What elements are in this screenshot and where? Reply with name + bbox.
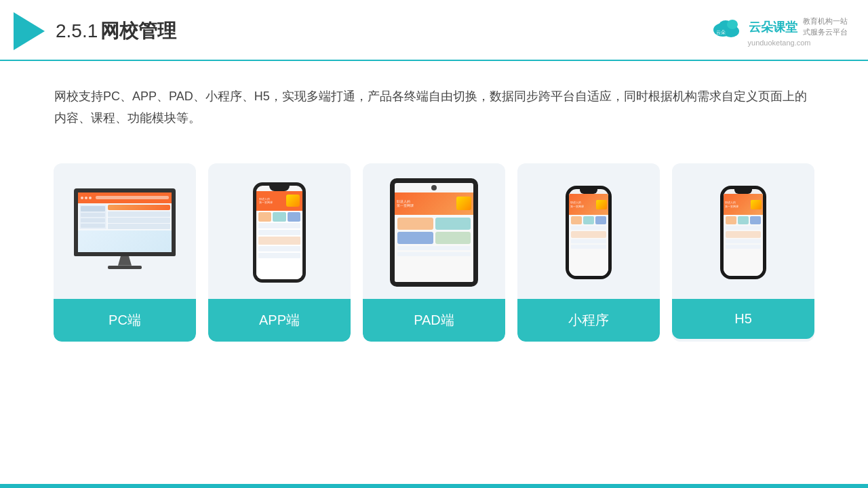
logo-triangle-icon: [14, 12, 45, 50]
pad-camera: [431, 185, 437, 190]
monitor-screen: [74, 188, 176, 256]
brand-name: 云朵课堂: [749, 19, 797, 35]
brand-tagline: 教育机构一站: [803, 16, 848, 26]
page-title: 2.5.1网校管理: [56, 18, 176, 44]
card-app: 职进人的第一堂网课: [208, 163, 351, 342]
mini-screen: 职进人的第一堂网课: [569, 194, 608, 276]
card-h5-label: H5: [672, 299, 814, 339]
svg-point-3: [727, 20, 738, 29]
card-h5: 职进人的第一堂网课: [672, 163, 814, 342]
brand-logo: 云朵 云朵课堂 教育机构一站 式服务云平台: [711, 16, 848, 38]
card-h5-image: 职进人的第一堂网课: [672, 163, 814, 299]
pad-icon: 职进人的第一堂网课: [390, 178, 478, 287]
card-miniprogram-label: 小程序: [517, 299, 660, 342]
description-text: 网校支持PC、APP、PAD、小程序、H5，实现多端打通，产品各终端自由切换，数…: [0, 61, 868, 129]
phone-notch: [269, 186, 290, 191]
section-number: 2.5.1: [56, 20, 98, 41]
app-phone-icon: 职进人的第一堂网课: [253, 182, 306, 283]
title-text: 网校管理: [100, 20, 176, 41]
h5-phone-icon: 职进人的第一堂网课: [720, 186, 766, 279]
card-pad-label: PAD端: [363, 299, 505, 342]
svg-text:云朵: 云朵: [716, 30, 726, 35]
card-pad: 职进人的第一堂网课: [363, 163, 505, 342]
card-pc-label: PC端: [54, 299, 196, 342]
card-pc: PC端: [54, 163, 196, 342]
h5-notch: [734, 189, 752, 194]
brand-url: yunduoketang.com: [748, 39, 811, 47]
card-miniprogram: 职进人的第一堂网课: [517, 163, 660, 342]
phone-screen: 职进人的第一堂网课: [256, 191, 302, 279]
pc-monitor-icon: [71, 188, 179, 277]
description-paragraph: 网校支持PC、APP、PAD、小程序、H5，实现多端打通，产品各终端自由切换，数…: [54, 85, 814, 129]
brand-tagline2: 式服务云平台: [803, 27, 848, 37]
h5-screen: 职进人的第一堂网课: [724, 194, 763, 276]
brand-area: 云朵 云朵课堂 教育机构一站 式服务云平台 yunduoketang.com: [711, 16, 848, 47]
card-app-image: 职进人的第一堂网课: [208, 163, 351, 299]
card-miniprogram-image: 职进人的第一堂网课: [517, 163, 660, 299]
cloud-icon: 云朵: [711, 16, 743, 38]
mini-notch: [580, 189, 597, 194]
card-app-label: APP端: [208, 299, 351, 342]
bottom-bar: [0, 484, 868, 488]
card-pc-image: [54, 163, 196, 299]
header-left: 2.5.1网校管理: [14, 12, 176, 50]
card-pad-image: 职进人的第一堂网课: [363, 163, 505, 299]
cards-section: PC端 职进人的第一堂网课: [0, 136, 868, 342]
miniprogram-phone-icon: 职进人的第一堂网课: [566, 186, 612, 279]
header: 2.5.1网校管理 云朵 云朵课堂 教育机构一站 式服务云平台 yunduoke…: [0, 0, 868, 61]
pad-screen: 职进人的第一堂网课: [395, 192, 473, 282]
